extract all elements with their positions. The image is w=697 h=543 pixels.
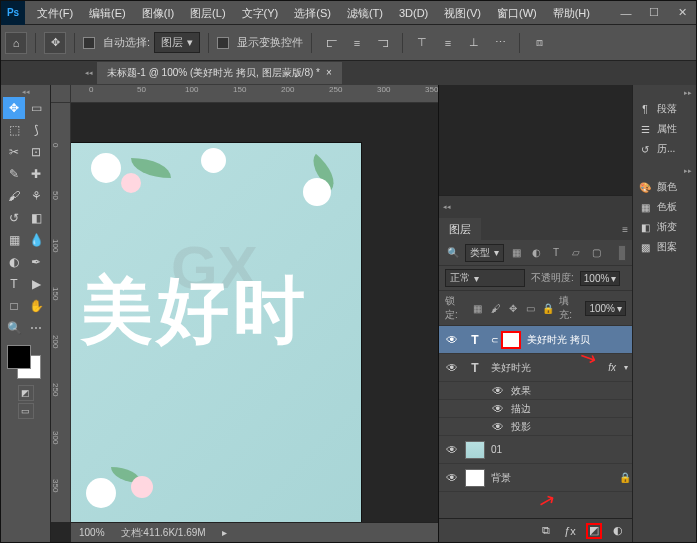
ruler-horizontal[interactable]: 0 50 100 150 200 250 300 350 400 450 500	[71, 85, 438, 103]
crop-tool[interactable]: ✂	[3, 141, 25, 163]
layer-row-01[interactable]: 👁 01	[439, 436, 632, 464]
blend-mode-dropdown[interactable]: 正常▾	[445, 269, 525, 287]
layer-mask-thumbnail[interactable]	[501, 331, 521, 349]
menu-3d[interactable]: 3D(D)	[391, 1, 436, 25]
filter-type-icon[interactable]: T	[548, 245, 564, 261]
gradients-panel-button[interactable]: ◧渐变	[633, 217, 696, 237]
move-tool-preset[interactable]: ✥	[44, 32, 66, 54]
zoom-level[interactable]: 100%	[79, 527, 105, 538]
lock-all-icon[interactable]: 🔒	[542, 301, 556, 315]
dodge-tool[interactable]: ◐	[3, 251, 25, 273]
align-center-h-icon[interactable]: ≡	[346, 32, 368, 54]
menu-edit[interactable]: 编辑(E)	[81, 1, 134, 25]
visibility-toggle[interactable]: 👁	[439, 471, 465, 485]
menu-select[interactable]: 选择(S)	[286, 1, 339, 25]
layer-fx-shadow[interactable]: 👁 投影	[439, 418, 632, 436]
artboard-tool[interactable]: ▭	[25, 97, 47, 119]
stamp-tool[interactable]: ⚘	[25, 185, 47, 207]
hand-tool[interactable]: ✋	[25, 295, 47, 317]
align-top-icon[interactable]: ⊤	[411, 32, 433, 54]
layer-name[interactable]: 背景	[489, 471, 618, 485]
filter-shape-icon[interactable]: ▱	[568, 245, 584, 261]
panel-menu-icon[interactable]: ≡	[618, 224, 632, 235]
swatches-panel-button[interactable]: ▦色板	[633, 197, 696, 217]
document-tab[interactable]: 未标题-1 @ 100% (美好时光 拷贝, 图层蒙版/8) * ×	[97, 62, 342, 84]
window-minimize[interactable]: —	[612, 1, 640, 25]
canvas-document[interactable]: GX 美好时	[71, 143, 361, 522]
color-panel-button[interactable]: 🎨颜色	[633, 177, 696, 197]
adjustment-layer-icon[interactable]: ◐	[610, 523, 626, 539]
layers-panel-tab[interactable]: 图层	[439, 218, 481, 240]
layer-mask-link-icon[interactable]: ⊂	[489, 335, 501, 345]
zoom-tool[interactable]: 🔍	[3, 317, 25, 339]
ruler-origin[interactable]	[51, 85, 71, 103]
layer-fx-icon[interactable]: ƒx	[562, 523, 578, 539]
visibility-toggle[interactable]: 👁	[439, 443, 465, 457]
filter-search-icon[interactable]: 🔍	[445, 245, 461, 261]
align-left-icon[interactable]: ⫍	[320, 32, 342, 54]
3d-mode-icon[interactable]: ⧈	[528, 32, 550, 54]
menu-filter[interactable]: 滤镜(T)	[339, 1, 391, 25]
layer-row-text-copy[interactable]: 👁 T ⊂ 美好时光 拷贝	[439, 326, 632, 354]
brush-tool[interactable]: 🖌	[3, 185, 25, 207]
properties-panel-button[interactable]: ☰属性	[633, 119, 696, 139]
tab-collapse-icon[interactable]: ◂◂	[81, 69, 97, 77]
layer-name[interactable]: 美好时光 拷贝	[525, 333, 632, 347]
history-brush-tool[interactable]: ↺	[3, 207, 25, 229]
strip-collapse-icon[interactable]: ▸▸	[633, 89, 696, 99]
show-transform-checkbox[interactable]	[217, 37, 229, 49]
filter-smart-icon[interactable]: ▢	[588, 245, 604, 261]
blur-tool[interactable]: 💧	[25, 229, 47, 251]
filter-pixel-icon[interactable]: ▦	[508, 245, 524, 261]
visibility-toggle[interactable]: 👁	[489, 420, 507, 434]
fx-collapse-icon[interactable]: ▾	[620, 363, 632, 372]
filter-type-dropdown[interactable]: 类型▾	[465, 244, 504, 262]
paragraph-panel-button[interactable]: ¶段落	[633, 99, 696, 119]
color-swatches[interactable]	[3, 343, 48, 383]
panel-collapse-icon[interactable]: ◂◂	[439, 203, 455, 211]
locked-icon[interactable]: 🔒	[618, 471, 632, 485]
filter-adjustment-icon[interactable]: ◐	[528, 245, 544, 261]
layer-thumbnail[interactable]	[465, 469, 485, 487]
align-center-v-icon[interactable]: ≡	[437, 32, 459, 54]
frame-tool[interactable]: ⊡	[25, 141, 47, 163]
move-tool[interactable]: ✥	[3, 97, 25, 119]
doc-size[interactable]: 文档:411.6K/1.69M	[121, 526, 206, 540]
tab-close-icon[interactable]: ×	[326, 62, 332, 84]
history-panel-button[interactable]: ↺历...	[633, 139, 696, 159]
quick-mask-mode[interactable]: ◩	[18, 385, 34, 401]
menu-layer[interactable]: 图层(L)	[182, 1, 233, 25]
layer-row-background[interactable]: 👁 背景 🔒	[439, 464, 632, 492]
lock-position-icon[interactable]: ✥	[506, 301, 520, 315]
toolbox-collapse-icon[interactable]: ◂◂	[3, 87, 48, 97]
more-align-icon[interactable]: ⋯	[489, 32, 511, 54]
add-mask-icon[interactable]: ◩	[586, 523, 602, 539]
rectangle-tool[interactable]: □	[3, 295, 25, 317]
gradient-tool[interactable]: ▦	[3, 229, 25, 251]
menu-image[interactable]: 图像(I)	[134, 1, 182, 25]
layer-fx-stroke[interactable]: 👁 描边	[439, 400, 632, 418]
lock-artboard-icon[interactable]: ▭	[524, 301, 538, 315]
auto-select-checkbox[interactable]	[83, 37, 95, 49]
lock-pixels-icon[interactable]: 🖌	[489, 301, 503, 315]
eyedropper-tool[interactable]: ✎	[3, 163, 25, 185]
visibility-toggle[interactable]: 👁	[439, 333, 465, 347]
layer-name[interactable]: 01	[489, 444, 632, 455]
window-close[interactable]: ✕	[668, 1, 696, 25]
menu-window[interactable]: 窗口(W)	[489, 1, 545, 25]
link-layers-icon[interactable]: ⧉	[538, 523, 554, 539]
visibility-toggle[interactable]: 👁	[489, 384, 507, 398]
menu-file[interactable]: 文件(F)	[29, 1, 81, 25]
foreground-color[interactable]	[7, 345, 31, 369]
home-icon[interactable]: ⌂	[5, 32, 27, 54]
healing-tool[interactable]: ✚	[25, 163, 47, 185]
status-caret-icon[interactable]: ▸	[222, 527, 227, 538]
layer-name[interactable]: 美好时光	[489, 361, 608, 375]
path-select-tool[interactable]: ▶	[25, 273, 47, 295]
visibility-toggle[interactable]: 👁	[439, 361, 465, 375]
lock-transparent-icon[interactable]: ▦	[471, 301, 485, 315]
window-maximize[interactable]: ☐	[640, 1, 668, 25]
align-right-icon[interactable]: ⫎	[372, 32, 394, 54]
layer-fx-header[interactable]: 👁 效果	[439, 382, 632, 400]
align-bottom-icon[interactable]: ⊥	[463, 32, 485, 54]
